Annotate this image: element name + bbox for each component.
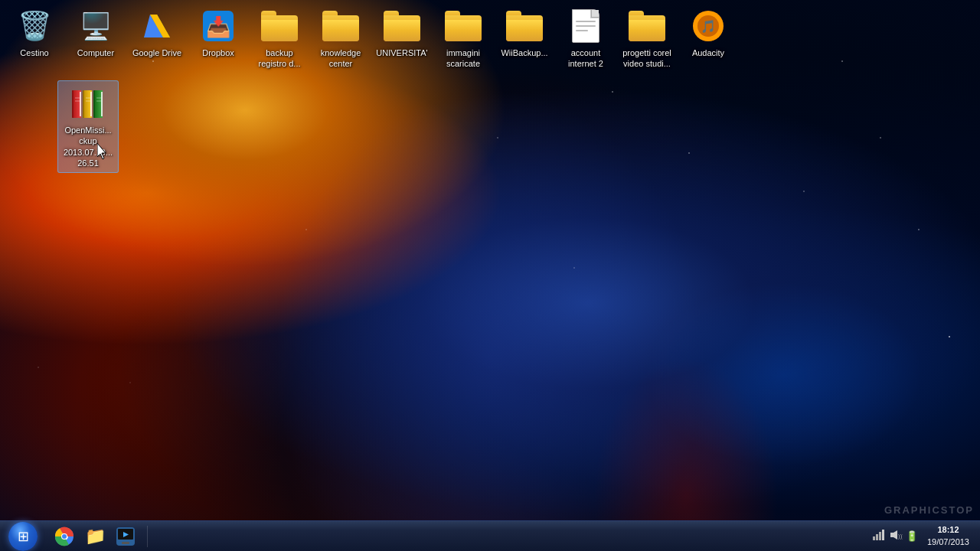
- taskbar-files-icon[interactable]: 📁: [80, 523, 110, 550]
- start-button[interactable]: ⊞: [0, 521, 46, 552]
- knowledge-label: knowledgecenter: [321, 47, 361, 70]
- desktop-icon-account[interactable]: accountinternet 2: [555, 4, 616, 73]
- system-clock[interactable]: 18:12 19/07/2013: [923, 524, 974, 548]
- taskbar-media-icon[interactable]: [110, 523, 141, 550]
- desktop-icon-dropbox[interactable]: 📥 Dropbox: [188, 4, 249, 62]
- battery-tray-icon[interactable]: 🔋: [906, 530, 918, 542]
- svg-text:)))): )))): [898, 533, 903, 540]
- desktop-icons-container: 🗑️ Cestino 🖥️ Computer Google Dr: [4, 4, 739, 73]
- universita-folder-icon: [384, 8, 420, 44]
- svg-rect-23: [80, 92, 81, 116]
- googledrive-label: Google Drive: [132, 47, 181, 58]
- svg-rect-16: [93, 90, 95, 118]
- svg-rect-14: [72, 90, 74, 118]
- svg-rect-37: [879, 532, 881, 540]
- start-orb[interactable]: ⊞: [8, 522, 38, 551]
- svg-text:🎵: 🎵: [701, 19, 716, 34]
- desktop-icon-cestino[interactable]: 🗑️ Cestino: [4, 4, 65, 62]
- winrar-file-label: OpenMissi...ckup2013.07.19...26.51: [64, 125, 113, 168]
- volume-tray-icon[interactable]: )))): [889, 529, 903, 543]
- googledrive-icon: [139, 8, 175, 44]
- desktop-icon-progetticorel[interactable]: progetti corelvideo studi...: [616, 4, 678, 73]
- desktop-icon-wiibackup[interactable]: WiiBackup...: [494, 4, 555, 62]
- network-tray-icon[interactable]: [872, 529, 886, 543]
- immagini-folder-icon: [445, 8, 482, 44]
- taskbar-quicklaunch: 📁: [46, 521, 144, 552]
- desktop-icon-backup[interactable]: backupregistro d...: [249, 4, 310, 73]
- desktop-icon-immagini[interactable]: immaginiscaricate: [433, 4, 494, 73]
- immagini-label: immaginiscaricate: [446, 47, 480, 70]
- audacity-label: Audacity: [692, 47, 724, 58]
- dropbox-icon: 📥: [200, 8, 237, 44]
- taskbar-chrome-icon[interactable]: [49, 523, 80, 550]
- desktop-icon-audacity[interactable]: 🎵 Audacity: [678, 4, 739, 62]
- clock-time: 18:12: [937, 524, 959, 536]
- progetticorel-folder-icon: [629, 8, 665, 44]
- svg-marker-39: [890, 530, 897, 540]
- svg-rect-24: [90, 92, 92, 116]
- taskbar-right: )))) 🔋 18:12 19/07/2013: [872, 524, 980, 548]
- desktop-icon-universita[interactable]: UNIVERSITA': [371, 4, 433, 62]
- knowledge-folder-icon: [322, 8, 359, 44]
- computer-label: Computer: [77, 47, 114, 58]
- svg-text:📥: 📥: [206, 15, 231, 39]
- account-doc-icon: [567, 8, 604, 44]
- winrar-archive-icon: [70, 85, 106, 122]
- wiibackup-folder-icon: [506, 8, 543, 44]
- backup-folder-icon: [261, 8, 298, 44]
- svg-rect-15: [83, 90, 84, 118]
- cestino-label: Cestino: [20, 47, 48, 58]
- desktop-icon-googledrive[interactable]: Google Drive: [126, 4, 188, 62]
- svg-rect-35: [873, 536, 875, 540]
- system-tray: )))) 🔋: [872, 529, 918, 543]
- computer-icon: 🖥️: [77, 8, 114, 44]
- svg-point-30: [62, 534, 67, 539]
- backup-label: backupregistro d...: [258, 47, 300, 70]
- taskbar: ⊞ 📁: [0, 520, 980, 551]
- recycle-bin-icon: 🗑️: [16, 8, 53, 44]
- desktop-icon-winrar[interactable]: OpenMissi...ckup2013.07.19...26.51: [57, 80, 119, 173]
- taskbar-divider: [147, 526, 148, 547]
- desktop-icon-knowledge[interactable]: knowledgecenter: [310, 4, 371, 73]
- wiibackup-label: WiiBackup...: [501, 47, 547, 58]
- desktop-icon-computer[interactable]: 🖥️ Computer: [65, 4, 126, 62]
- svg-rect-36: [876, 534, 878, 540]
- clock-date: 19/07/2013: [927, 536, 969, 548]
- account-label: accountinternet 2: [568, 47, 603, 70]
- dropbox-label: Dropbox: [202, 47, 234, 58]
- audacity-icon: 🎵: [690, 8, 727, 44]
- svg-rect-25: [101, 92, 103, 116]
- svg-rect-33: [122, 542, 129, 544]
- universita-label: UNIVERSITA': [376, 47, 427, 58]
- watermark-text: GRAPHICSTOP: [884, 504, 974, 516]
- svg-rect-38: [882, 530, 884, 540]
- progetticorel-label: progetti corelvideo studi...: [622, 47, 671, 70]
